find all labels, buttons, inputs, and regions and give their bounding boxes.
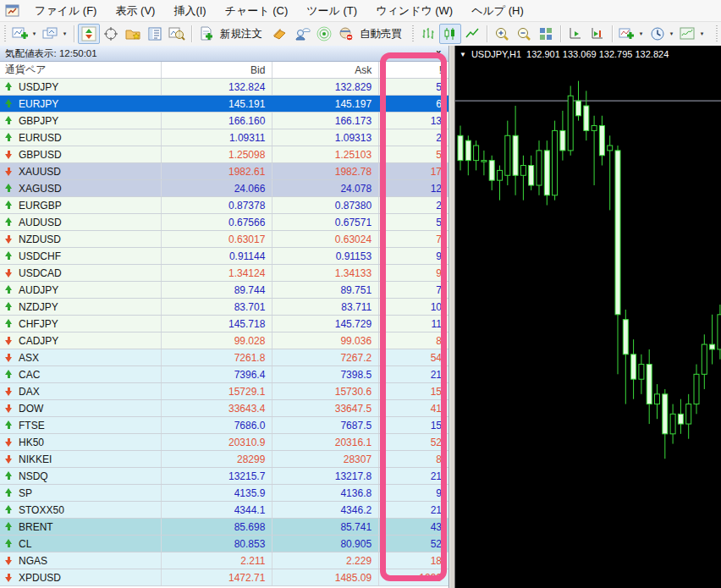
market-watch-toggle-button[interactable] <box>78 24 100 44</box>
market-watch-row-nikkei[interactable]: NIKKEI28299283078 <box>0 451 449 468</box>
market-watch-row-stoxx50[interactable]: STOXX504344.14346.221 <box>0 502 449 519</box>
market-watch-row-gbpusd[interactable]: GBPUSD1.250981.251035 <box>0 146 449 163</box>
price-down-arrow-icon <box>5 234 13 244</box>
symbol-cell: NZDJPY <box>0 299 161 315</box>
navigator-button[interactable] <box>122 24 144 44</box>
market-watch-row-gbpjpy[interactable]: GBPJPY166.160166.17313 <box>0 113 449 129</box>
auto-scroll-button[interactable] <box>564 24 586 44</box>
bar-chart-mode-button[interactable] <box>417 24 439 44</box>
app-icon[interactable] <box>5 3 22 19</box>
line-chart-mode-button[interactable] <box>461 24 483 44</box>
new-chart-dropdown-icon[interactable]: ▾ <box>31 30 40 37</box>
autotrading-label[interactable]: 自動売買 <box>357 27 409 41</box>
bid-cell: 24.066 <box>161 180 272 196</box>
market-watch-row-usdcad[interactable]: USDCAD1.341241.341339 <box>0 265 449 282</box>
market-watch-row-sp[interactable]: SP4135.94136.89 <box>0 485 449 502</box>
toolbar-grip <box>714 25 719 42</box>
zoom-in-button[interactable] <box>491 24 513 44</box>
menu-tools[interactable]: ツール (T) <box>297 0 366 21</box>
signals-button[interactable] <box>313 24 335 44</box>
chart-window[interactable]: ▼ USDJPY,H1 132.901 133.069 132.795 132.… <box>454 46 721 588</box>
autotrading-button[interactable] <box>335 24 357 44</box>
symbol-label: EURGBP <box>19 200 62 212</box>
market-watch-row-usdjpy[interactable]: USDJPY132.824132.8295 <box>0 79 449 96</box>
chart-shift-button[interactable] <box>586 24 608 44</box>
candlestick-mode-button[interactable] <box>439 24 461 44</box>
menu-insert[interactable]: 挿入(I) <box>164 0 215 21</box>
market-watch-row-xpdusd[interactable]: XPDUSD1472.711485.091238 <box>0 569 449 586</box>
column-header-spread[interactable]: ! <box>378 62 449 78</box>
market-watch-row-xagusd[interactable]: XAGUSD24.06624.07812 <box>0 180 449 197</box>
market-watch-row-eurjpy[interactable]: EURJPY145.191145.1976 <box>0 96 449 113</box>
menu-file[interactable]: ファイル (F) <box>25 0 106 21</box>
timeframes-button[interactable] <box>647 24 669 44</box>
strategy-tester-button[interactable] <box>166 24 188 44</box>
market-watch-row-dow[interactable]: DOW33643.433647.541 <box>0 400 449 417</box>
timeframes-dropdown-icon[interactable]: ▾ <box>669 30 677 37</box>
menu-window[interactable]: ウィンドウ (W) <box>366 0 462 21</box>
market-watch-row-ftse[interactable]: FTSE7686.07687.515 <box>0 417 449 434</box>
ask-cell: 1.09313 <box>272 129 378 146</box>
market-watch-row-eurgbp[interactable]: EURGBP0.873780.873802 <box>0 197 449 214</box>
templates-button[interactable] <box>677 24 699 44</box>
market-watch-row-chfjpy[interactable]: CHFJPY145.718145.72911 <box>0 316 449 332</box>
indicators-dropdown-icon[interactable]: ▾ <box>638 30 647 37</box>
market-watch-row-nsdq[interactable]: NSDQ13215.713217.821 <box>0 468 449 485</box>
metaeditor-book-button[interactable] <box>269 24 291 44</box>
ask-cell: 0.63024 <box>272 231 378 247</box>
toolbar: ▾ ▾ 新規注文 自動売買 <box>0 22 721 46</box>
price-up-arrow-icon <box>5 285 13 294</box>
bid-cell: 145.718 <box>161 316 272 332</box>
market-watch-row-nzdjpy[interactable]: NZDJPY83.70183.71110 <box>0 299 449 316</box>
new-order-button[interactable] <box>195 24 217 44</box>
indicators-button[interactable] <box>616 24 638 44</box>
new-chart-button[interactable] <box>9 24 31 44</box>
spread-cell: 5 <box>378 79 449 95</box>
market-watch-row-cl[interactable]: CL80.85380.90552 <box>0 536 449 552</box>
symbol-label: FTSE <box>19 420 45 431</box>
market-watch-row-cac[interactable]: CAC7396.47398.521 <box>0 366 449 383</box>
column-header-bid[interactable]: Bid <box>161 62 272 78</box>
price-up-arrow-icon <box>5 201 13 210</box>
market-watch-row-eurusd[interactable]: EURUSD1.093111.093132 <box>0 129 449 146</box>
spread-cell: 9 <box>378 265 449 281</box>
menu-view[interactable]: 表示 (V) <box>106 0 164 21</box>
market-watch-row-dax[interactable]: DAX15729.115730.615 <box>0 383 449 400</box>
market-watch-row-asx[interactable]: ASX7261.87267.254 <box>0 349 449 366</box>
market-watch-row-cadjpy[interactable]: CADJPY99.02899.0368 <box>0 332 449 349</box>
market-watch-row-ngas[interactable]: NGAS2.2112.22918 <box>0 552 449 569</box>
data-window-button[interactable] <box>100 24 122 44</box>
templates-dropdown-icon[interactable]: ▾ <box>699 30 707 37</box>
market-watch-row-xauusd[interactable]: XAUUSD1982.611982.7817 <box>0 163 449 180</box>
toolbar-separator <box>612 25 613 42</box>
chart-dropdown-icon[interactable]: ▼ <box>460 51 466 58</box>
tile-windows-button[interactable] <box>535 24 557 44</box>
symbol-label: NZDJPY <box>19 301 58 313</box>
menu-chart[interactable]: チャート (C) <box>216 0 298 21</box>
mql5-community-button[interactable] <box>291 24 313 44</box>
market-watch-row-audjpy[interactable]: AUDJPY89.74489.7517 <box>0 282 449 299</box>
market-watch-row-hk50[interactable]: HK5020310.920316.152 <box>0 434 449 451</box>
market-watch-row-usdchf[interactable]: USDCHF0.911440.911539 <box>0 248 449 265</box>
ask-cell: 99.036 <box>272 332 378 349</box>
profiles-dropdown-icon[interactable]: ▾ <box>62 30 70 37</box>
market-watch-row-brent[interactable]: BRENT85.69885.74143 <box>0 519 449 536</box>
spread-cell: 9 <box>378 485 449 501</box>
profiles-button[interactable] <box>40 24 62 44</box>
spread-cell: 52 <box>378 434 449 450</box>
new-order-label[interactable]: 新規注文 <box>217 27 269 41</box>
zoom-out-button[interactable] <box>513 24 535 44</box>
close-icon[interactable]: x <box>433 48 443 58</box>
symbol-cell: BRENT <box>0 519 161 535</box>
menu-help[interactable]: ヘルプ (H) <box>462 0 533 21</box>
column-header-ask[interactable]: Ask <box>272 62 378 78</box>
toolbar-separator <box>74 25 74 42</box>
market-watch-row-nzdusd[interactable]: NZDUSD0.630170.630247 <box>0 231 449 248</box>
symbol-cell: USDCHF <box>0 248 161 264</box>
terminal-button[interactable] <box>144 24 166 44</box>
column-header-symbol[interactable]: 通貨ペア <box>0 62 161 78</box>
menu-bar: ファイル (F) 表示 (V) 挿入(I) チャート (C) ツール (T) ウ… <box>0 0 721 22</box>
price-down-arrow-icon <box>5 167 13 176</box>
chart-canvas[interactable] <box>455 46 721 588</box>
market-watch-row-audusd[interactable]: AUDUSD0.675660.675715 <box>0 214 449 231</box>
